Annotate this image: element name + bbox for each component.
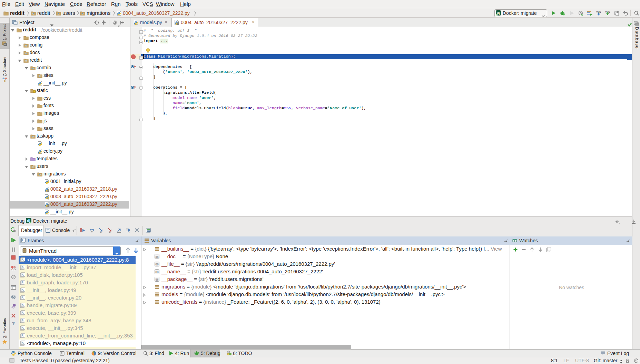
svg-text:88: 88 — [155, 278, 159, 281]
svg-text:88: 88 — [155, 255, 159, 259]
svg-text:88: 88 — [155, 270, 159, 274]
svg-text:VCS: VCS — [596, 11, 601, 13]
svg-text:?: ? — [12, 321, 15, 326]
svg-text:88: 88 — [155, 263, 159, 266]
